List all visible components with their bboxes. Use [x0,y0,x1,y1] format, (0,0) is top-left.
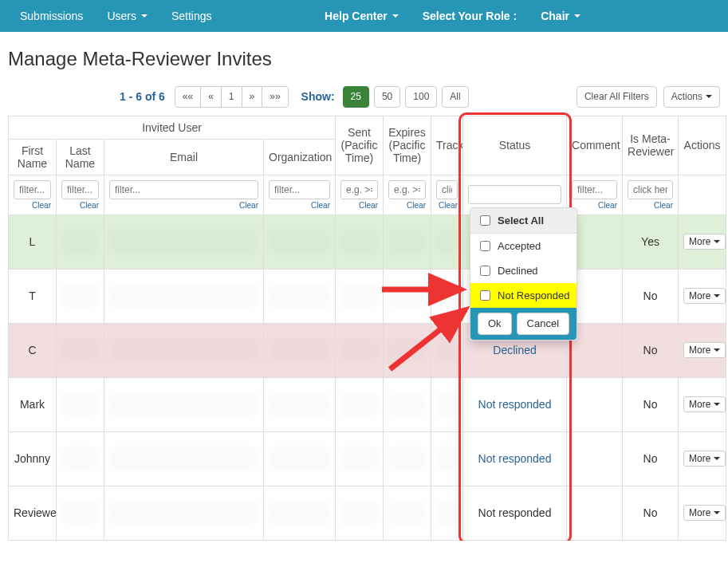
header-track[interactable]: Track [431,116,463,175]
cell-organization [264,323,336,377]
show-all-button[interactable]: All [442,86,468,108]
pager-first-button[interactable]: «« [175,86,201,108]
header-comment[interactable]: Comment [567,116,623,175]
header-first-name[interactable]: First Name [9,139,57,175]
cell-last-name [57,377,104,431]
clear-filter[interactable]: Clear [340,201,378,210]
clear-filter[interactable]: Clear [436,201,458,210]
nav-settings[interactable]: Settings [159,10,224,22]
actions-dropdown-button[interactable]: Actions [663,86,720,108]
redacted-content [269,284,330,308]
nav-role-select[interactable]: Chair [529,10,592,22]
show-50-button[interactable]: 50 [374,86,400,108]
cell-track [431,215,463,269]
nav-user-blurred[interactable] [592,10,656,22]
cell-email [104,323,264,377]
clear-all-filters-button[interactable]: Clear All Filters [576,86,657,108]
redacted-content [61,284,99,308]
cell-first-name: L [9,215,57,269]
clear-filter[interactable]: Clear [269,201,330,210]
filter-is-meta[interactable] [628,180,673,199]
filter-comment[interactable] [572,180,617,199]
accepted-checkbox[interactable] [480,241,490,251]
cell-sent [336,215,384,269]
filter-expires[interactable] [388,180,426,199]
more-button[interactable]: More [683,234,726,250]
dropdown-option-not-responded[interactable]: Not Responded [470,283,576,308]
show-100-button[interactable]: 100 [405,86,437,108]
table-row: Reviewer Not respondedNoMore [9,486,726,540]
cell-last-name [57,269,104,323]
header-status[interactable]: Status [463,116,567,175]
clear-filter[interactable]: Clear [14,201,51,210]
status-link[interactable]: Declined [493,344,536,356]
cell-track [431,377,463,431]
cell-expires [384,269,431,323]
cell-track [431,323,463,377]
show-25-button[interactable]: 25 [343,86,369,108]
redacted-content [436,501,458,525]
cell-last-name [57,431,104,486]
cell-sent [336,431,384,486]
header-sent[interactable]: Sent (Pacific Time) [336,116,384,175]
dropdown-select-all[interactable]: Select All [470,208,576,234]
nav-user-blurred[interactable] [656,10,720,22]
filter-track[interactable] [436,180,458,199]
table-row: C DeclinedNoMore [9,323,726,377]
cell-is-meta: No [623,486,679,540]
not-responded-checkbox[interactable] [480,290,490,301]
filter-last-name[interactable] [61,180,99,199]
pager-last-button[interactable]: »» [262,86,288,108]
pager-prev-button[interactable]: « [200,86,222,108]
clear-filter[interactable]: Clear [61,201,99,210]
header-last-name[interactable]: Last Name [57,139,104,175]
redacted-content [269,338,330,362]
more-button[interactable]: More [683,342,726,358]
more-button[interactable]: More [683,451,726,467]
header-is-meta[interactable]: Is Meta-Reviewer [623,116,679,175]
dropdown-cancel-button[interactable]: Cancel [517,313,569,335]
table-row: L YesMore [9,215,726,269]
cell-actions: More [679,323,726,377]
redacted-content [61,447,99,471]
clear-filter[interactable]: Clear [628,201,673,210]
dropdown-option-declined[interactable]: Declined [470,258,576,283]
cell-first-name: Mark [9,377,57,431]
header-email[interactable]: Email [104,139,264,175]
filter-sent[interactable] [340,180,378,199]
clear-filter[interactable]: Clear [388,201,426,210]
nav-users[interactable]: Users [95,10,159,22]
pager-next-button[interactable]: » [242,86,263,108]
more-button[interactable]: More [683,505,726,521]
cell-status: Not responded [463,431,567,486]
select-all-label: Select All [498,215,544,226]
cell-email [104,486,264,540]
cell-actions: More [679,269,726,323]
header-expires[interactable]: Expires (Pacific Time) [384,116,431,175]
filter-first-name[interactable] [14,180,51,199]
dropdown-ok-button[interactable]: Ok [478,313,512,335]
cell-organization [264,215,336,269]
redacted-content [109,501,258,525]
filter-status[interactable] [468,185,561,204]
more-button[interactable]: More [683,288,726,304]
status-link[interactable]: Not responded [478,452,552,465]
filter-email[interactable] [109,180,258,199]
clear-filter[interactable]: Clear [109,201,258,210]
filter-organization[interactable] [269,180,330,199]
nav-submissions[interactable]: Submissions [8,10,95,22]
dropdown-option-accepted[interactable]: Accepted [470,234,576,258]
redacted-content [269,501,330,525]
declined-checkbox[interactable] [480,266,490,276]
cell-email [104,269,264,323]
redacted-content [436,230,458,254]
clear-filter[interactable]: Clear [572,201,617,210]
header-organization[interactable]: Organization [264,139,336,175]
cell-comment [567,486,623,540]
select-all-checkbox[interactable] [480,215,490,226]
more-button[interactable]: More [683,396,726,412]
nav-help-center[interactable]: Help Center [313,10,411,22]
pager-page-button[interactable]: 1 [221,86,242,108]
cell-actions: More [679,486,726,540]
status-link[interactable]: Not responded [478,398,552,411]
